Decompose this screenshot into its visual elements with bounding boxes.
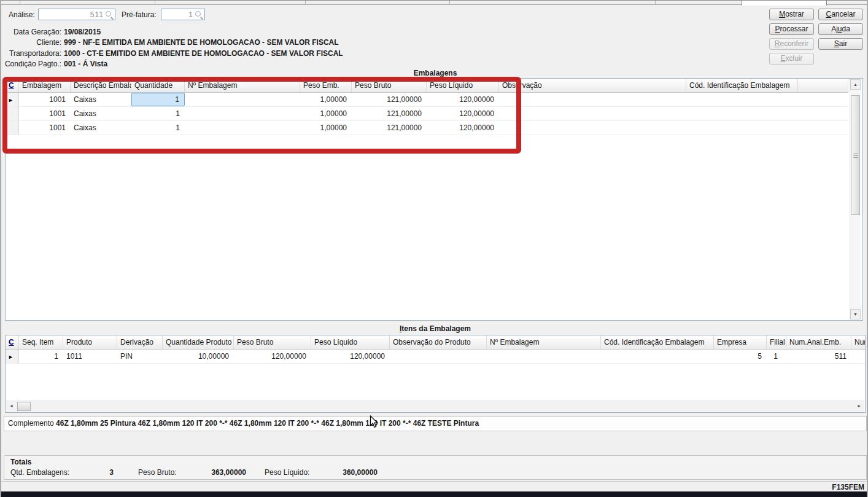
table-row[interactable]: ►11011PIN10,00000120,00000120,0000051511	[6, 350, 866, 364]
grid-cell[interactable]: 1	[19, 350, 63, 363]
grid-cell[interactable]: 121,00000	[352, 107, 427, 120]
grid-cell[interactable]: 1001	[19, 121, 71, 135]
grid-cell[interactable]: Caixas	[71, 107, 131, 120]
column-header[interactable]: Empresa	[714, 335, 767, 349]
condicao-pagto-value: 001 - Á Vista	[64, 60, 107, 68]
grid-cell[interactable]: 1	[767, 350, 786, 363]
column-header[interactable]: Embalagem	[19, 79, 71, 92]
column-header[interactable]: Peso Líquido	[427, 79, 499, 92]
column-header[interactable]: Derivação	[117, 335, 163, 349]
grid-cell[interactable]	[185, 107, 300, 120]
table-row[interactable]: ►1001Caixas11,00000121,00000120,00000	[6, 93, 848, 107]
row-selector[interactable]: ►	[6, 350, 19, 363]
row-selector[interactable]: ►	[6, 93, 19, 106]
grid-cell[interactable]: 121,00000	[352, 121, 427, 135]
grid-cell[interactable]: 5	[714, 350, 767, 363]
processar-button[interactable]: Processar	[769, 23, 814, 35]
grid-cell[interactable]: 120,00000	[427, 121, 499, 135]
tab-strip[interactable]	[1, 0, 867, 5]
scroll-left-icon[interactable]: ◄	[6, 401, 17, 411]
grid-cell[interactable]: 1,00000	[300, 93, 352, 106]
column-header[interactable]: Observação	[499, 79, 686, 92]
scrollbar-thumb[interactable]	[17, 402, 31, 411]
grid-cell[interactable]: 1,00000	[300, 107, 352, 120]
column-header[interactable]: Peso Líquido	[311, 335, 390, 349]
column-header[interactable]: Nº Embalagem	[185, 79, 300, 92]
cancelar-button[interactable]: Cancelar	[818, 9, 863, 20]
column-header[interactable]: Peso Emb.	[300, 79, 352, 92]
scroll-up-icon[interactable]: ▲	[850, 79, 861, 90]
column-header[interactable]: Cód. Identificação Embalagem	[601, 335, 714, 349]
grid-cell[interactable]: 1001	[19, 93, 71, 106]
column-header[interactable]: Num.Anal.Emb.	[786, 335, 851, 349]
grid-cell[interactable]	[798, 121, 848, 135]
grid-cell[interactable]	[851, 350, 866, 363]
grid-cell[interactable]	[686, 107, 798, 120]
grid-cell[interactable]	[798, 107, 848, 120]
grid-cell[interactable]	[185, 93, 300, 106]
column-header[interactable]: Peso Bruto	[234, 335, 311, 349]
cliente-value: 999 - NF-E EMITIDA EM AMBIENTE DE HOMOLO…	[64, 38, 339, 47]
scroll-right-icon[interactable]: ►	[854, 401, 864, 411]
active-tab[interactable]	[742, 1, 827, 6]
grid-cell[interactable]	[686, 121, 798, 135]
scrollbar-thumb[interactable]	[851, 95, 860, 215]
grid-cell[interactable]	[499, 93, 686, 106]
table-row[interactable]: 1001Caixas11,00000121,00000120,00000	[6, 107, 848, 121]
row-selector[interactable]	[6, 121, 19, 135]
column-header[interactable]: Quantidade Produto	[163, 335, 234, 349]
search-icon[interactable]	[106, 11, 113, 18]
grid-cell[interactable]: 1	[131, 93, 185, 106]
grid-cell[interactable]: 1011	[63, 350, 117, 363]
analise-field[interactable]: 511	[38, 9, 115, 20]
table-row[interactable]: 1001Caixas11,00000121,00000120,00000	[6, 121, 848, 135]
vertical-scrollbar[interactable]: ▲ ▼	[850, 79, 861, 319]
grid-cell[interactable]	[798, 93, 848, 106]
grid-cell[interactable]: Caixas	[71, 121, 131, 135]
column-header[interactable]: Observação do Produto	[390, 335, 487, 349]
grid-cell[interactable]: 120,00000	[427, 107, 499, 120]
sair-button[interactable]: Sair	[818, 38, 863, 50]
ajuda-button[interactable]: Ajuda	[818, 23, 863, 35]
search-icon[interactable]	[195, 11, 203, 18]
excluir-button[interactable]: Excluir	[769, 53, 814, 65]
column-header[interactable]: Filial	[767, 335, 786, 349]
row-selector[interactable]	[6, 107, 19, 120]
column-header[interactable]: C	[6, 79, 19, 92]
column-header[interactable]: Descrição Embalagem	[71, 79, 131, 92]
grid-cell[interactable]: PIN	[117, 350, 163, 363]
reconferir-button[interactable]: Reconferir	[769, 38, 814, 50]
column-header[interactable]: Nº Embalagem	[487, 335, 601, 349]
grid-cell[interactable]: 121,00000	[352, 93, 427, 106]
grid-cell[interactable]	[390, 350, 487, 363]
grid-cell[interactable]: 1	[131, 121, 185, 135]
grid-cell[interactable]	[686, 93, 798, 106]
grid-cell[interactable]: 120,00000	[311, 350, 390, 363]
column-header[interactable]: C	[6, 335, 19, 349]
prefatura-field[interactable]: 1	[161, 9, 205, 20]
grid-cell[interactable]: 120,00000	[427, 93, 499, 106]
grid-cell[interactable]	[499, 121, 686, 135]
grid-cell[interactable]: 120,00000	[234, 350, 311, 363]
mostrar-button[interactable]: Mostrar	[769, 9, 814, 20]
column-header[interactable]: Peso Bruto	[352, 79, 427, 92]
grid-cell[interactable]	[601, 350, 714, 363]
grid-cell[interactable]	[185, 121, 300, 135]
grid-cell[interactable]: 1001	[19, 107, 71, 120]
grid-cell[interactable]	[499, 107, 686, 120]
column-header[interactable]: Cód. Identificação Embalagem	[686, 79, 798, 92]
column-header[interactable]	[798, 79, 848, 92]
grid-cell[interactable]: Caixas	[71, 93, 131, 106]
column-header[interactable]: Num	[851, 335, 866, 349]
grid-cell[interactable]: 511	[786, 350, 851, 363]
horizontal-scrollbar[interactable]: ◄ ►	[6, 401, 864, 412]
column-header[interactable]: Quantidade	[131, 79, 185, 92]
column-header[interactable]: Produto	[63, 335, 117, 349]
column-header[interactable]: Seq. Item	[19, 335, 63, 349]
peso-liquido-label: Peso Líquido:	[265, 468, 309, 477]
grid-cell[interactable]	[487, 350, 601, 363]
grid-cell[interactable]: 1	[131, 107, 185, 120]
scroll-down-icon[interactable]: ▼	[850, 309, 861, 319]
grid-cell[interactable]: 10,00000	[163, 350, 234, 363]
grid-cell[interactable]: 1,00000	[300, 121, 352, 135]
